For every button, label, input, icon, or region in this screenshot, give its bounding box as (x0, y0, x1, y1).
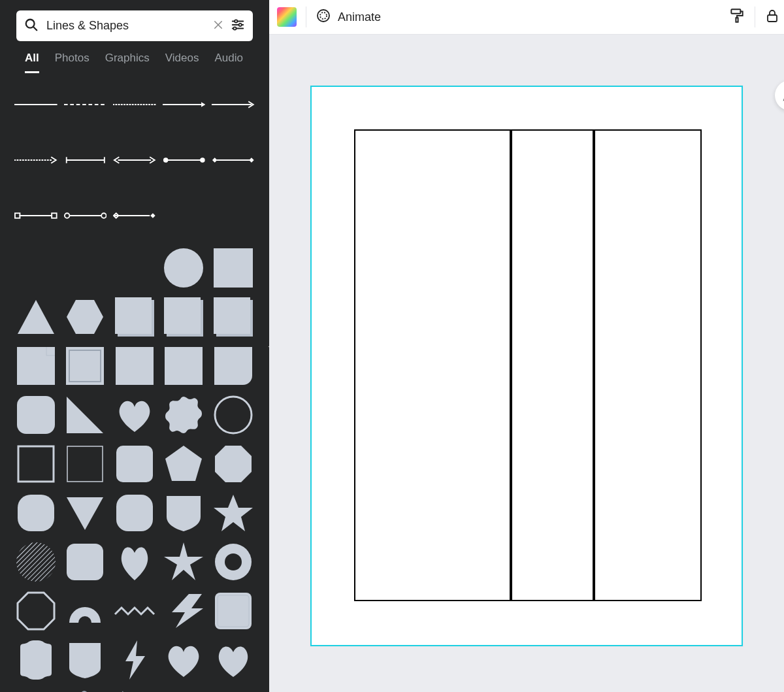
shape-triangle-down[interactable] (64, 491, 106, 534)
rectangle-shape[interactable] (594, 129, 702, 601)
shape-hexagon-hatched[interactable] (212, 687, 254, 692)
shape-heart-solid-2[interactable] (212, 638, 254, 681)
svg-rect-84 (768, 15, 777, 22)
svg-marker-69 (18, 593, 54, 629)
shape-square-shadow-2[interactable] (163, 295, 205, 338)
shape-squircle-2[interactable] (113, 491, 155, 534)
shape-banner-shield[interactable] (64, 638, 106, 681)
svg-rect-28 (15, 213, 20, 218)
shape-square-rounded-corner[interactable] (212, 344, 254, 387)
shape-zigzag[interactable] (113, 589, 155, 632)
search-box[interactable] (16, 10, 253, 41)
clear-search-button[interactable] (212, 19, 224, 33)
shape-square-shadow-3[interactable] (212, 295, 254, 338)
svg-rect-59 (18, 495, 54, 531)
svg-point-80 (318, 10, 329, 22)
line-ticks[interactable] (64, 135, 107, 184)
shape-star[interactable] (212, 491, 254, 534)
shape-lightning-bolt[interactable] (113, 638, 155, 681)
tab-photos[interactable]: Photos (55, 52, 90, 73)
svg-marker-26 (250, 157, 254, 162)
category-tabs: All Photos Graphics Videos Audio (0, 41, 269, 80)
shape-cursor-arrow[interactable] (113, 687, 155, 692)
shape-square-plain[interactable] (113, 344, 155, 387)
results-panel[interactable] (0, 80, 269, 692)
shape-bolt-shape[interactable] (163, 589, 205, 632)
line-circles-open-ends[interactable] (64, 191, 107, 240)
shape-heart[interactable] (113, 393, 155, 436)
lock-icon[interactable] (764, 7, 780, 27)
shape-square-flat[interactable] (163, 344, 205, 387)
shape-square-notch[interactable] (212, 589, 254, 632)
shape-square-outline[interactable] (14, 442, 57, 485)
paint-roller-icon[interactable] (728, 7, 745, 27)
shape-badge-seal[interactable] (14, 638, 57, 681)
line-arrows-both[interactable] (113, 135, 156, 184)
search-icon (24, 18, 39, 35)
rectangle-shape[interactable] (354, 129, 511, 601)
search-input[interactable] (45, 18, 206, 33)
svg-point-9 (233, 27, 236, 29)
line-dashed[interactable] (64, 80, 107, 129)
shape-hand-pointer[interactable] (64, 687, 106, 692)
shape-arc[interactable] (64, 589, 106, 632)
arrow-solid[interactable] (163, 80, 206, 129)
tab-audio[interactable]: Audio (214, 52, 242, 73)
add-comment-button[interactable] (775, 80, 784, 110)
shape-cursor-play[interactable] (163, 687, 205, 692)
line-dots-ends[interactable] (163, 135, 206, 184)
shape-right-triangle[interactable] (64, 393, 106, 436)
shape-rounded-square-3[interactable] (64, 540, 106, 583)
svg-rect-43 (164, 297, 201, 334)
shape-squircle[interactable] (14, 491, 57, 534)
arrow-thin[interactable] (212, 80, 255, 129)
tab-videos[interactable]: Videos (165, 52, 199, 73)
shape-shield[interactable] (163, 491, 205, 534)
svg-rect-82 (731, 9, 740, 14)
shape-triangle[interactable] (14, 295, 57, 338)
shape-square[interactable] (212, 246, 254, 289)
line-solid[interactable] (14, 80, 57, 129)
shape-circle-outline[interactable] (212, 393, 254, 436)
tab-all[interactable]: All (25, 52, 39, 73)
animate-button[interactable]: Animate (316, 8, 381, 27)
svg-rect-55 (67, 446, 103, 482)
svg-marker-34 (150, 213, 155, 218)
design-page[interactable] (310, 86, 743, 646)
shape-heart-tilt[interactable] (14, 687, 57, 692)
shape-circle-hatched[interactable] (14, 540, 57, 583)
shape-heart-slim[interactable] (113, 540, 155, 583)
shape-heart-solid[interactable] (163, 638, 205, 681)
line-dotted[interactable] (113, 80, 156, 129)
shape-square-paper[interactable] (14, 344, 57, 387)
shape-ring[interactable] (212, 540, 254, 583)
svg-marker-38 (18, 300, 54, 334)
svg-marker-25 (212, 157, 217, 162)
shape-octagon-outline[interactable] (14, 589, 57, 632)
shape-square-shadow[interactable] (113, 295, 155, 338)
page-background-color-button[interactable] (277, 7, 297, 27)
shape-square-outline-thin[interactable] (64, 442, 106, 485)
svg-point-31 (65, 213, 69, 218)
tab-graphics[interactable]: Graphics (105, 52, 150, 73)
svg-rect-29 (52, 213, 56, 218)
shape-hexagon[interactable] (64, 295, 106, 338)
svg-point-36 (164, 248, 203, 288)
shape-rounded-square-2[interactable] (113, 442, 155, 485)
shape-rounded-square[interactable] (14, 393, 57, 436)
svg-line-1 (33, 27, 37, 30)
lines-grid (14, 80, 255, 240)
rectangle-shape[interactable] (511, 129, 594, 601)
shape-pentagon[interactable] (163, 442, 205, 485)
shape-square-inset[interactable] (64, 344, 106, 387)
filter-button[interactable] (231, 18, 245, 35)
line-squares-ends[interactable] (14, 191, 57, 240)
canvas-area[interactable] (269, 35, 784, 692)
shape-octagon[interactable] (212, 442, 254, 485)
arrow-dotted[interactable] (14, 135, 57, 184)
shape-star-5[interactable] (163, 540, 205, 583)
shape-scalloped-circle[interactable] (163, 393, 205, 436)
line-diamond-right[interactable] (113, 191, 156, 240)
shape-circle[interactable] (163, 246, 205, 289)
line-diamonds-ends[interactable] (212, 135, 255, 184)
